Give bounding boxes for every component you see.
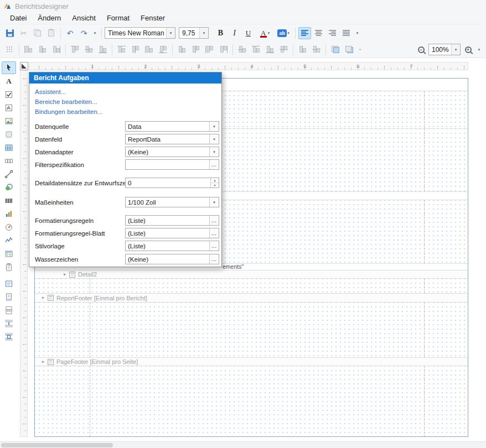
italic-button[interactable]: I xyxy=(228,27,241,39)
bring-to-front-button[interactable] xyxy=(329,44,342,56)
zoom-combo[interactable]: 100% ▾ xyxy=(428,44,461,55)
vertical-spacing-decrease-button[interactable] xyxy=(263,44,276,56)
toolbox-item-shape[interactable] xyxy=(2,181,16,194)
spin-up-icon[interactable]: ▲ xyxy=(211,178,219,183)
dropdown-arrow-icon[interactable]: ▾ xyxy=(451,44,460,55)
align-justify-button[interactable] xyxy=(340,27,353,39)
clipped-label[interactable]: ements" xyxy=(223,264,244,270)
datenquelle-combo[interactable]: Data ▾ xyxy=(125,121,219,132)
horizontal-spacing-increase-button[interactable] xyxy=(189,44,202,56)
toolbox-item-cross-band-box[interactable] xyxy=(2,330,16,343)
toolbox-item-pointer[interactable] xyxy=(2,61,16,74)
align-bottoms-button[interactable] xyxy=(96,44,109,56)
dropdown-arrow-icon[interactable]: ▾ xyxy=(199,28,208,38)
horizontal-spacing-decrease-button[interactable] xyxy=(203,44,216,56)
highlight-color-button[interactable]: ab ▾ xyxy=(275,27,292,39)
bold-button[interactable]: B xyxy=(214,27,227,39)
datenfeld-combo[interactable]: ReportData ▾ xyxy=(125,134,219,144)
collapse-triangle-icon[interactable]: ▼ xyxy=(41,296,45,300)
redo-button[interactable]: ↷ xyxy=(77,27,90,39)
detail-count-spinner[interactable]: 0 ▲▼ xyxy=(125,178,219,188)
align-lefts-button[interactable] xyxy=(22,44,35,56)
dropdown-arrow-icon[interactable]: ▾ xyxy=(209,122,219,131)
font-size-combo[interactable]: 9,75 ▾ xyxy=(179,27,209,39)
paste-button[interactable] xyxy=(45,27,58,39)
toolbox-item-sparkline[interactable] xyxy=(2,234,16,247)
cut-button[interactable]: ✂ xyxy=(17,27,30,39)
align-left-button[interactable] xyxy=(298,27,311,39)
band-caption-pagefooter[interactable]: ▼ PageFooter [Einmal pro Seite] xyxy=(35,358,468,366)
dropdown-arrow-icon[interactable]: ▾ xyxy=(209,134,219,144)
toolbox-item-character-comb[interactable] xyxy=(2,154,16,167)
center-vertically-button[interactable] xyxy=(310,44,323,56)
formatting-rules-button[interactable]: (Liste) … xyxy=(125,215,219,226)
align-rights-button[interactable] xyxy=(50,44,63,56)
band-caption-reportfooter[interactable]: ▼ ReportFooter [Einmal pro Bericht] xyxy=(35,294,468,302)
toolbox-item-table-of-contents[interactable] xyxy=(2,277,16,290)
edit-bindings-link[interactable]: Bindungen bearbeiten... xyxy=(35,108,102,115)
toolbox-item-line[interactable] xyxy=(2,168,16,180)
copy-button[interactable] xyxy=(31,27,44,39)
band-caption-detail2[interactable]: ▼ Detail2 xyxy=(35,270,468,278)
toolbox-item-check-box[interactable] xyxy=(2,88,16,101)
spin-down-icon[interactable]: ▼ xyxy=(211,183,219,187)
dropdown-arrow-icon[interactable]: ▾ xyxy=(209,197,219,207)
ellipsis-button[interactable]: … xyxy=(209,228,219,238)
band-content[interactable] xyxy=(35,366,468,436)
toolbox-item-subreport[interactable] xyxy=(2,261,16,273)
vertical-spacing-remove-button[interactable] xyxy=(277,44,290,56)
band-content[interactable] xyxy=(35,303,468,357)
align-right-button[interactable] xyxy=(326,27,339,39)
size-to-grid-button[interactable] xyxy=(129,44,142,56)
align-centers-button[interactable] xyxy=(36,44,49,56)
collapse-triangle-icon[interactable]: ▼ xyxy=(63,273,66,277)
menu-format[interactable]: Format xyxy=(101,12,135,24)
toolbox-item-page-break[interactable] xyxy=(2,304,16,316)
toolbox-item-panel[interactable] xyxy=(2,128,16,140)
make-same-height-button[interactable] xyxy=(143,44,156,56)
toolbox-item-table[interactable] xyxy=(2,141,16,154)
menu-aendern[interactable]: Ändern xyxy=(32,12,66,24)
edit-bands-link[interactable]: Bereiche bearbeiten... xyxy=(35,98,97,105)
zoom-in-button[interactable]: + xyxy=(462,44,474,56)
center-horizontally-button[interactable] xyxy=(296,44,309,56)
wizard-link[interactable]: Assistent... xyxy=(35,88,66,95)
align-to-grid-button[interactable] xyxy=(3,44,16,56)
watermark-button[interactable]: (Keine) … xyxy=(125,254,219,264)
toolbox-item-label[interactable]: A xyxy=(2,75,16,87)
formatting-rule-sheet-button[interactable]: (Liste) … xyxy=(125,228,219,238)
ellipsis-button[interactable]: … xyxy=(209,254,219,264)
toolbox-item-rich-text[interactable] xyxy=(2,101,16,114)
alignment-dropdown[interactable]: ▾ xyxy=(354,27,361,39)
make-same-width-button[interactable] xyxy=(115,44,128,56)
menu-fenster[interactable]: Fenster xyxy=(135,12,170,24)
horizontal-spacing-equal-button[interactable] xyxy=(175,44,188,56)
toolbox-item-pivot-grid[interactable] xyxy=(2,247,16,260)
save-button[interactable] xyxy=(3,27,16,39)
toolbox-item-cross-band-line[interactable] xyxy=(2,317,16,330)
ellipsis-button[interactable]: … xyxy=(209,216,219,225)
filter-expression-field[interactable]: … xyxy=(125,159,219,170)
zoom-dropdown[interactable]: ▾ xyxy=(475,44,483,56)
vertical-spacing-increase-button[interactable] xyxy=(250,44,262,56)
datenadapter-combo[interactable]: (Keine) ▾ xyxy=(125,147,219,157)
vertical-spacing-equal-button[interactable] xyxy=(236,44,249,56)
spinner-buttons[interactable]: ▲▼ xyxy=(210,178,219,187)
zoom-out-button[interactable]: − xyxy=(415,44,427,56)
send-to-back-button[interactable] xyxy=(343,44,355,56)
smart-tag-button[interactable] xyxy=(20,62,28,70)
underline-button[interactable]: U xyxy=(242,27,255,39)
units-combo[interactable]: 1/100 Zoll ▾ xyxy=(125,197,219,207)
make-same-size-button[interactable] xyxy=(157,44,169,56)
toolbox-item-chart[interactable] xyxy=(2,207,16,220)
layout-dropdown[interactable]: ▾ xyxy=(356,44,364,56)
collapse-triangle-icon[interactable]: ▼ xyxy=(41,360,45,364)
menu-ansicht[interactable]: Ansicht xyxy=(66,12,101,24)
ellipsis-button[interactable]: … xyxy=(209,241,219,251)
undo-button[interactable]: ↶ xyxy=(64,27,76,39)
font-name-combo[interactable]: Times New Roman ▾ xyxy=(105,27,175,39)
horizontal-spacing-remove-button[interactable] xyxy=(217,44,230,56)
style-sheet-button[interactable]: (Liste) … xyxy=(125,241,219,251)
toolbox-item-gauge[interactable] xyxy=(2,221,16,233)
toolbox-item-page-info[interactable] xyxy=(2,290,16,303)
